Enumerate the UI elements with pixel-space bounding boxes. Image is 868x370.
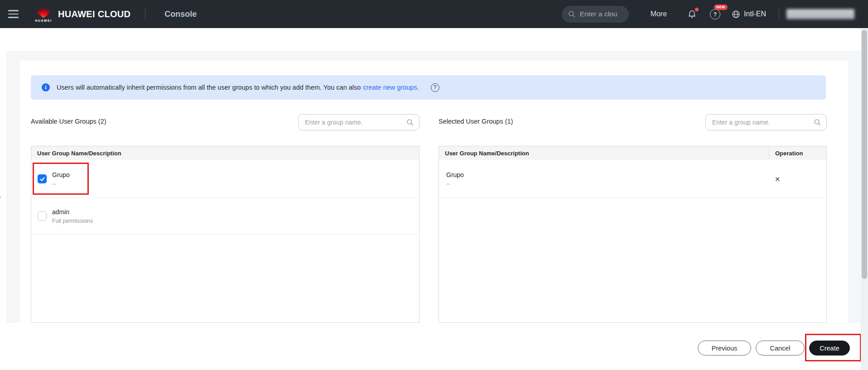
more-menu[interactable]: More [651, 10, 667, 18]
grupo-checkbox[interactable] [38, 174, 47, 183]
search-icon [814, 119, 821, 126]
group-name: Grupo [52, 171, 70, 178]
group-cell: admin Full permissions [52, 208, 93, 224]
group-name: admin [52, 208, 93, 216]
question-icon: ? [710, 9, 720, 19]
navbar-right: Enter a clou More ? NEW Intl [562, 0, 868, 28]
account-name-redacted[interactable] [786, 9, 854, 19]
selected-groups-search-input[interactable] [706, 115, 826, 130]
locale-label: Intl-EN [744, 10, 766, 18]
huawei-logo-text: HUAWEI [35, 19, 52, 22]
checkmark-icon [39, 176, 45, 182]
language-selector[interactable]: Intl-EN [731, 10, 766, 19]
notifications-button[interactable] [687, 9, 697, 19]
global-search[interactable]: Enter a clou [562, 6, 629, 23]
column-header-operation: Operation [769, 146, 826, 160]
navbar-divider [145, 8, 145, 20]
group-description: -- [446, 181, 464, 187]
add-user-to-group-card: i Users will automatically inherit permi… [20, 61, 848, 370]
available-groups-title: Available User Groups (2) [31, 118, 106, 125]
selected-groups-title: Selected User Groups (1) [439, 118, 513, 125]
group-cell: Grupo -- [52, 171, 70, 187]
table-row-grupo[interactable]: Grupo -- [31, 160, 419, 198]
globe-icon [731, 10, 741, 19]
column-header-name: User Group Name/Description [31, 146, 419, 160]
huawei-logo: HUAWEI [34, 6, 53, 22]
collapsed-side-panel [0, 51, 6, 323]
previous-button[interactable]: Previous [698, 341, 751, 356]
notification-dot [695, 8, 699, 11]
cancel-button[interactable]: Cancel [756, 341, 805, 356]
help-button[interactable]: ? NEW [710, 9, 720, 19]
scrollbar-thumb[interactable] [862, 30, 867, 279]
brand-title: HUAWEI CLOUD [58, 9, 130, 19]
operation-cell: ✕ [769, 176, 826, 183]
admin-checkbox[interactable] [38, 211, 47, 221]
huawei-cloud-console-page: HUAWEI HUAWEI CLOUD Console Enter a clou… [0, 0, 868, 370]
new-badge: NEW [714, 5, 728, 10]
available-groups-search-input[interactable] [299, 115, 419, 130]
info-icon: i [42, 83, 50, 91]
banner-text: Users will automatically inherit permiss… [57, 84, 361, 91]
available-table-header: User Group Name/Description [31, 146, 419, 160]
create-new-groups-link[interactable]: create new groups. [363, 84, 419, 91]
navbar-divider [779, 8, 779, 20]
column-header-name: User Group Name/Description [439, 146, 769, 160]
group-cell: Grupo -- [446, 171, 464, 187]
create-button[interactable]: Create [809, 341, 850, 356]
huawei-flower-icon [34, 6, 53, 19]
info-banner: i Users will automatically inherit permi… [31, 75, 826, 100]
available-groups-search[interactable] [298, 114, 420, 130]
selected-table-header: User Group Name/Description Operation [439, 146, 826, 160]
navbar-left: HUAWEI HUAWEI CLOUD Console [0, 0, 197, 28]
wizard-step-bar: ✓ Set User Details 2 (Optional) Add User… [0, 28, 868, 51]
console-link[interactable]: Console [164, 10, 197, 19]
menu-icon[interactable] [8, 10, 22, 18]
table-row-admin[interactable]: admin Full permissions [31, 198, 419, 234]
group-description: -- [52, 181, 70, 187]
group-description: Full permissions [52, 218, 93, 224]
expand-panel-button[interactable]: › [0, 192, 1, 202]
available-groups-table: User Group Name/Description Grupo -- adm… [31, 146, 420, 323]
global-search-placeholder: Enter a clou [580, 10, 617, 18]
search-icon [568, 10, 576, 18]
selected-groups-table: User Group Name/Description Operation Gr… [439, 146, 827, 323]
top-navbar: HUAWEI HUAWEI CLOUD Console Enter a clou… [0, 0, 868, 28]
search-icon [406, 119, 414, 126]
banner-help-icon[interactable]: ? [431, 83, 439, 92]
selected-groups-search[interactable] [705, 114, 827, 130]
selected-row-grupo: Grupo -- ✕ [439, 160, 826, 198]
remove-group-button[interactable]: ✕ [775, 176, 781, 183]
group-name: Grupo [446, 171, 464, 178]
